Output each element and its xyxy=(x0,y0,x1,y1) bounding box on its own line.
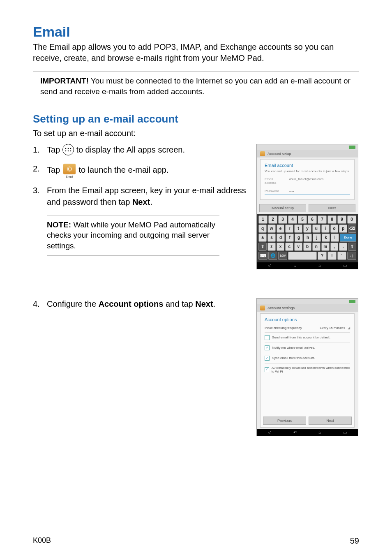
key-3[interactable]: 3 xyxy=(278,215,287,224)
key-w[interactable]: w xyxy=(267,225,276,233)
key-⌫[interactable]: ⌫ xyxy=(348,225,356,233)
emoji-key[interactable]: :-) xyxy=(347,252,356,260)
svg-point-6 xyxy=(67,167,72,171)
password-field[interactable]: Password •••• xyxy=(265,188,350,194)
key-d[interactable]: d xyxy=(277,234,285,242)
undo-icon[interactable]: ↶ xyxy=(293,430,297,435)
step-4-bold-1: Account options xyxy=(99,299,164,308)
key-a[interactable]: a xyxy=(258,234,267,242)
punct-key-ap[interactable]: ' xyxy=(337,252,346,260)
home-icon[interactable]: ⌂ xyxy=(318,263,321,268)
key-t[interactable]: t xyxy=(294,225,302,233)
key-z[interactable]: z xyxy=(267,243,276,251)
svg-point-0 xyxy=(65,148,67,149)
key-c[interactable]: c xyxy=(285,243,293,251)
email-label: Email address xyxy=(265,177,285,185)
key-u[interactable]: u xyxy=(312,225,321,233)
section-lead: To set up an e-mail account: xyxy=(33,129,359,138)
key-e[interactable]: e xyxy=(277,225,285,233)
footer-page-number: 59 xyxy=(350,536,359,546)
footer-model: K00B xyxy=(33,536,51,546)
svg-point-3 xyxy=(65,150,67,152)
punct-key-q[interactable]: ? xyxy=(318,252,327,260)
checkbox-checked[interactable] xyxy=(265,345,270,350)
email-field[interactable]: Email address asus_tablet@asus.com xyxy=(265,176,350,186)
key-l[interactable]: l xyxy=(331,234,339,242)
step-1: 1. Tap to display the All apps screen. xyxy=(33,144,247,156)
key-s[interactable]: s xyxy=(267,234,276,242)
manual-setup-button[interactable]: Manual setup xyxy=(259,204,306,212)
options-panel: Account options Inbox checking frequency… xyxy=(260,313,355,428)
key-⇧[interactable]: ⇧ xyxy=(348,243,356,251)
email-icon xyxy=(260,151,265,156)
screenshot-account-options: Account settings Account options Inbox c… xyxy=(256,298,358,436)
page-title: Email xyxy=(33,24,359,40)
key-m[interactable]: m xyxy=(321,243,330,251)
app-bar: Account settings xyxy=(257,304,358,312)
globe-key[interactable]: 🌐 xyxy=(268,252,277,260)
back-icon[interactable]: ◁ xyxy=(268,263,271,268)
key-,[interactable]: , xyxy=(330,243,339,251)
mode-key[interactable]: 1@# xyxy=(278,252,287,260)
step-4: 4. Configure the Account options and tap… xyxy=(33,298,247,310)
step-2-num: 2. xyxy=(33,163,47,178)
option-auto-download[interactable]: Automatically download attachments when … xyxy=(265,364,350,376)
on-screen-keyboard[interactable]: 1234567890 qwertyuiop⌫ asdfghjklDone ⇧zx… xyxy=(257,214,358,262)
recent-icon[interactable]: ▭ xyxy=(343,263,347,268)
option-notify[interactable]: Notify me when email arrives. xyxy=(265,343,350,353)
key-4[interactable]: 4 xyxy=(288,215,297,224)
frequency-row[interactable]: Inbox checking frequency Every 15 minute… xyxy=(265,324,350,333)
key-i[interactable]: i xyxy=(321,225,330,233)
key-b[interactable]: b xyxy=(303,243,311,251)
step-2-text-a: Tap xyxy=(47,165,62,174)
key-⇧[interactable]: ⇧ xyxy=(258,243,267,251)
key-p[interactable]: p xyxy=(339,225,347,233)
key-g[interactable]: g xyxy=(295,234,303,242)
space-key[interactable] xyxy=(288,252,317,260)
previous-button[interactable]: Previous xyxy=(263,417,306,425)
svg-point-2 xyxy=(70,148,71,149)
checkbox-unchecked[interactable] xyxy=(265,335,270,340)
key-q[interactable]: q xyxy=(258,225,267,233)
step-4-text-b: . xyxy=(213,299,216,308)
panel-title: Email account xyxy=(265,163,350,168)
keyboard-toggle-key[interactable]: ⌨ xyxy=(258,252,267,260)
key-0[interactable]: 0 xyxy=(347,215,356,224)
checkbox-checked[interactable] xyxy=(265,356,270,361)
key-.[interactable]: . xyxy=(339,243,347,251)
next-button[interactable]: Next xyxy=(309,204,355,212)
key-o[interactable]: o xyxy=(330,225,339,233)
key-n[interactable]: n xyxy=(312,243,321,251)
frequency-label: Inbox checking frequency xyxy=(265,326,302,330)
next-button[interactable]: Next xyxy=(309,417,352,425)
recent-icon[interactable]: ▭ xyxy=(343,430,347,435)
option-sync[interactable]: Sync email from this account. xyxy=(265,353,350,364)
done-key[interactable]: Done xyxy=(340,234,356,242)
key-v[interactable]: v xyxy=(294,243,302,251)
key-k[interactable]: k xyxy=(322,234,330,242)
key-7[interactable]: 7 xyxy=(318,215,327,224)
key-h[interactable]: h xyxy=(304,234,312,242)
screenshot-email-setup: Account setup Email account You can set … xyxy=(256,144,358,269)
key-x[interactable]: x xyxy=(277,243,285,251)
key-6[interactable]: 6 xyxy=(308,215,317,224)
step-1-text-a: Tap xyxy=(47,145,62,154)
step-3-bold: Next xyxy=(132,197,150,206)
key-5[interactable]: 5 xyxy=(298,215,307,224)
key-y[interactable]: y xyxy=(303,225,311,233)
option-default-send[interactable]: Send email from this account by default. xyxy=(265,333,350,343)
down-icon[interactable]: ⌄ xyxy=(293,263,297,268)
home-icon[interactable]: ⌂ xyxy=(318,430,321,435)
key-1[interactable]: 1 xyxy=(258,215,267,224)
back-icon[interactable]: ◁ xyxy=(268,430,271,435)
key-8[interactable]: 8 xyxy=(327,215,337,224)
key-j[interactable]: j xyxy=(313,234,321,242)
step-1-text-b: to display the All apps screen. xyxy=(76,145,185,154)
key-9[interactable]: 9 xyxy=(337,215,346,224)
punct-key-ex[interactable]: ! xyxy=(327,252,337,260)
checkbox-checked[interactable] xyxy=(265,367,269,372)
key-2[interactable]: 2 xyxy=(268,215,277,224)
step-4-num: 4. xyxy=(33,298,47,310)
key-f[interactable]: f xyxy=(286,234,294,242)
key-r[interactable]: r xyxy=(285,225,293,233)
